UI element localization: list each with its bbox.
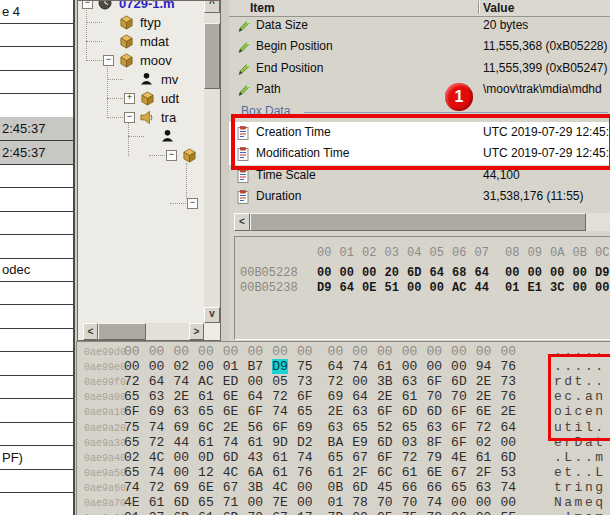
tree-item-mdat[interactable]: mdat bbox=[78, 32, 220, 51]
hex-editor-panel[interactable]: 0ae99d000000000000000000000000000000000.… bbox=[76, 341, 610, 515]
hex-byte: 75 bbox=[124, 420, 140, 435]
hex-byte: 5F bbox=[501, 510, 517, 515]
table-row[interactable] bbox=[0, 235, 73, 259]
hex-byte: 79 bbox=[426, 450, 442, 465]
hex-byte: 63 bbox=[426, 420, 442, 435]
hex-byte: 74 bbox=[149, 420, 165, 435]
collapse-icon[interactable]: − bbox=[166, 150, 177, 161]
hex-byte: 6C bbox=[377, 465, 393, 480]
table-row[interactable] bbox=[0, 469, 73, 493]
hex-editor-row[interactable]: 0ae9a106F6963656E6F74652E636F6D6D6F6E2Eo… bbox=[77, 404, 610, 419]
hex-byte: 00 bbox=[595, 281, 609, 295]
table-row[interactable] bbox=[0, 422, 73, 446]
hex-byte: 72 bbox=[149, 435, 165, 450]
collapse-icon[interactable]: − bbox=[82, 0, 93, 9]
hex-preview-row[interactable]: 00B05238D9640E510000AC4401E13C0000000000 bbox=[235, 281, 610, 296]
hex-byte: 6E bbox=[426, 465, 442, 480]
table-row[interactable] bbox=[0, 23, 73, 47]
table-row[interactable] bbox=[0, 70, 73, 94]
scroll-down-icon[interactable]: v bbox=[204, 307, 220, 323]
tree-connector bbox=[107, 117, 123, 119]
box-icon bbox=[119, 53, 135, 68]
hex-byte: 65 bbox=[124, 435, 140, 450]
property-row[interactable]: Data Size20 bytes bbox=[229, 15, 610, 37]
table-row[interactable]: PF) bbox=[0, 446, 73, 470]
hex-preview-panel[interactable]: 000102030405060708090A0B0C0D0E0F 00B0522… bbox=[234, 236, 610, 340]
hex-editor-row[interactable]: 0ae9a8001276D616D7067177D0005757800005F.… bbox=[77, 510, 610, 515]
hex-col-header: 0A bbox=[550, 246, 564, 260]
hex-editor-row[interactable]: 0ae99f0726474ACED00057372003B636F6D2E73r… bbox=[77, 374, 610, 389]
table-row[interactable]: 2:45:37 bbox=[0, 141, 73, 165]
hex-byte: 6F bbox=[451, 435, 467, 450]
scroll-right-icon[interactable]: > bbox=[189, 323, 204, 340]
table-row[interactable] bbox=[0, 281, 73, 305]
hex-byte: 64 bbox=[430, 266, 444, 280]
table-row[interactable] bbox=[0, 399, 73, 423]
scroll-left-icon[interactable]: < bbox=[234, 213, 250, 231]
tree-vscroll-thumb[interactable] bbox=[204, 23, 220, 89]
hex-byte: 72 bbox=[149, 480, 165, 495]
tree-item-root[interactable]: − 0729-1.m bbox=[78, 0, 220, 13]
hex-byte: 70 bbox=[402, 495, 418, 510]
column-separator[interactable] bbox=[478, 1, 480, 14]
table-row[interactable] bbox=[0, 352, 73, 376]
hex-editor-row[interactable]: 0ae9a704E616D6571007E000178707074000000N… bbox=[77, 495, 610, 510]
hex-byte: 6E bbox=[223, 389, 239, 404]
hex-editor-row[interactable]: 0ae9a306572446174619DD2BAE96D038F6F0200e… bbox=[77, 435, 610, 450]
box-icon bbox=[119, 34, 135, 49]
table-row[interactable] bbox=[0, 328, 73, 352]
property-hscroll-thumb[interactable] bbox=[250, 213, 586, 231]
table-row[interactable]: 2:45:37 bbox=[0, 117, 73, 141]
hex-byte: 05 bbox=[272, 374, 288, 389]
collapse-icon[interactable]: − bbox=[103, 55, 114, 66]
table-row[interactable]: e 4 bbox=[0, 0, 73, 24]
hex-editor-row[interactable]: 0ae99e00000020001B7D9756474610000009476.… bbox=[77, 359, 610, 374]
table-row[interactable]: odec bbox=[0, 258, 73, 282]
hex-preview-row[interactable]: 00B05228000000206D64686400000000D9640E51 bbox=[235, 266, 610, 281]
tree-item-mv[interactable]: mv bbox=[78, 70, 220, 89]
hex-editor-row[interactable]: 0ae9a50657400124C6A6176612F6C616E672F53e… bbox=[77, 465, 610, 480]
table-row[interactable] bbox=[0, 94, 73, 118]
tree-item-moov[interactable]: −moov bbox=[78, 51, 220, 70]
collapse-icon[interactable]: − bbox=[187, 198, 198, 209]
hex-byte: 63 bbox=[402, 374, 418, 389]
table-row[interactable] bbox=[0, 492, 73, 515]
table-row[interactable] bbox=[0, 375, 73, 399]
hex-byte: 69 bbox=[297, 420, 313, 435]
scroll-up-icon[interactable]: ^ bbox=[204, 0, 220, 13]
tree-item-udt[interactable]: +udt bbox=[78, 89, 220, 108]
hex-byte: 78 bbox=[352, 495, 368, 510]
property-row[interactable]: Path\moov\trak\mdia\mdhd bbox=[229, 79, 610, 101]
collapse-icon[interactable]: − bbox=[124, 112, 135, 123]
tree-hscroll-thumb[interactable] bbox=[98, 323, 146, 340]
tree-item[interactable] bbox=[78, 127, 220, 146]
property-name: Duration bbox=[256, 189, 301, 203]
table-row[interactable] bbox=[0, 211, 73, 235]
hex-byte: 76 bbox=[501, 389, 517, 404]
column-header-value: Value bbox=[483, 1, 514, 15]
hex-editor-row[interactable]: 0ae9a607472696E673B4C000B6D456666656374t… bbox=[77, 480, 610, 495]
property-row[interactable]: Begin Position11,555,368 (0xB05228) bbox=[229, 36, 610, 58]
hex-byte: 64 bbox=[475, 266, 489, 280]
table-row[interactable] bbox=[0, 164, 73, 188]
property-value: 20 bytes bbox=[483, 18, 528, 32]
tree-item-ftyp[interactable]: ftyp bbox=[78, 13, 220, 32]
tree-item[interactable]: − bbox=[78, 194, 220, 213]
hex-editor-row[interactable]: 0ae9a0065632E616E64726F69642E6170702E76e… bbox=[77, 389, 610, 404]
expand-icon[interactable]: + bbox=[124, 93, 135, 104]
tree-item[interactable]: − bbox=[78, 146, 220, 165]
hex-editor-row[interactable]: 0ae99d000000000000000000000000000000000.… bbox=[77, 344, 610, 359]
tree-item-tra[interactable]: −tra bbox=[78, 108, 220, 127]
hex-byte: 2E bbox=[223, 420, 239, 435]
scroll-left-icon[interactable]: < bbox=[83, 323, 98, 340]
hex-byte: 00 bbox=[352, 374, 368, 389]
hex-byte: 44 bbox=[173, 435, 189, 450]
hex-editor-row[interactable]: 0ae9a40024C000D6D43617465676F72794E616D.… bbox=[77, 450, 610, 465]
pencil-icon bbox=[237, 40, 251, 54]
property-row[interactable]: End Position11,555,399 (0xB05247) bbox=[229, 58, 610, 80]
table-row[interactable] bbox=[0, 188, 73, 212]
table-row[interactable] bbox=[0, 305, 73, 329]
hex-editor-row[interactable]: 0ae9a207574696C2E566F6963655265636F7264u… bbox=[77, 420, 610, 435]
property-row[interactable]: Duration31,538,176 (11:55) bbox=[229, 186, 610, 208]
table-row[interactable] bbox=[0, 47, 73, 71]
